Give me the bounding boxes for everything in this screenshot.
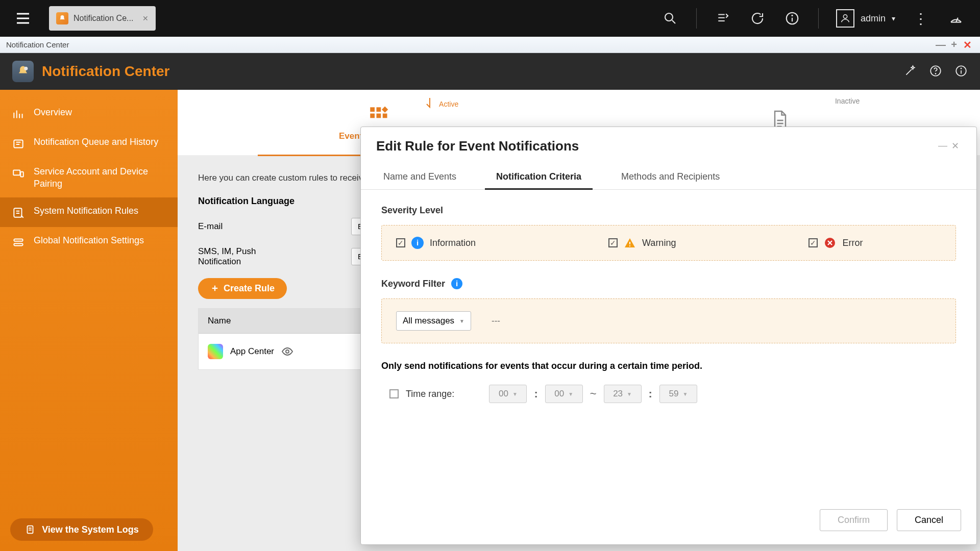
close-icon[interactable]: ✕: [142, 14, 149, 22]
app-header: Notification Center: [0, 53, 980, 90]
create-rule-button[interactable]: Create Rule: [198, 278, 287, 299]
dashboard-icon[interactable]: [947, 10, 965, 27]
email-label: E-mail: [198, 221, 300, 232]
nas-top-bar: Notification Ce... ✕ admin ▾ ⋮: [0, 0, 980, 37]
refresh-icon[interactable]: [749, 10, 766, 27]
svg-point-8: [843, 15, 847, 18]
rule-name: App Center: [230, 346, 274, 357]
keyword-filter-dropdown[interactable]: All messages ▼: [396, 311, 471, 331]
svg-rect-23: [370, 107, 375, 112]
devices-icon: [11, 166, 26, 181]
close-icon[interactable]: ✕: [961, 39, 974, 51]
sidebar-item-label: System Notification Rules: [34, 205, 138, 217]
tilde: ~: [590, 387, 597, 400]
divider: [696, 8, 697, 29]
to-minute-select[interactable]: 59▼: [659, 385, 697, 403]
info-icon[interactable]: [954, 64, 968, 79]
svg-point-31: [286, 350, 289, 353]
info-icon[interactable]: [783, 10, 801, 27]
svg-rect-25: [382, 106, 388, 112]
info-icon: [411, 237, 424, 249]
svg-rect-33: [629, 245, 630, 246]
caret-down-icon: ▼: [459, 318, 464, 324]
svg-rect-18: [20, 172, 23, 177]
sidebar-item-label: Overview: [34, 106, 72, 118]
dialog-title: Edit Rule for Event Notifications: [376, 138, 579, 154]
svg-rect-16: [14, 140, 22, 147]
checkbox-information[interactable]: [396, 238, 405, 247]
svg-point-10: [24, 67, 28, 70]
search-icon[interactable]: [662, 10, 679, 27]
view-system-logs-button[interactable]: View the System Logs: [10, 518, 153, 541]
checkbox-error[interactable]: [808, 238, 818, 247]
tab-title: Notification Ce...: [74, 14, 133, 23]
error-icon: [824, 237, 836, 249]
sidebar-item-overview[interactable]: Overview: [0, 99, 178, 129]
info-icon[interactable]: [451, 278, 462, 289]
tab-name-events[interactable]: Name and Events: [381, 166, 458, 189]
severity-label: Error: [842, 238, 863, 248]
svg-rect-20: [14, 239, 22, 241]
divider: [818, 8, 819, 29]
colon: :: [534, 387, 537, 400]
dropdown-label: All messages: [403, 316, 454, 326]
close-icon[interactable]: ✕: [949, 140, 961, 153]
eye-icon[interactable]: [281, 345, 293, 358]
tab-notification-criteria[interactable]: Notification Criteria: [494, 166, 583, 189]
tab-methods-recipients[interactable]: Methods and Recipients: [619, 166, 722, 189]
keyword-value: ---: [492, 316, 500, 326]
svg-rect-26: [370, 114, 375, 118]
sidebar-item-label: Service Account and Device Pairing: [34, 165, 166, 190]
to-hour-select[interactable]: 23▼: [604, 385, 642, 403]
maximize-icon[interactable]: +: [947, 39, 961, 51]
svg-point-12: [935, 73, 936, 73]
svg-rect-32: [629, 242, 630, 244]
confirm-button[interactable]: Confirm: [820, 509, 888, 531]
time-range-label: Time range:: [406, 389, 454, 399]
severity-label: Information: [430, 238, 476, 248]
svg-point-7: [792, 15, 792, 16]
window-titlebar: Notification Center — + ✕: [0, 37, 980, 53]
svg-rect-24: [377, 107, 381, 112]
kebab-icon[interactable]: ⋮: [913, 10, 930, 27]
window-title: Notification Center: [6, 40, 69, 49]
checkbox-time-range[interactable]: [389, 389, 399, 398]
svg-rect-19: [14, 208, 21, 217]
minimize-icon[interactable]: —: [937, 140, 949, 153]
user-menu[interactable]: admin ▾: [836, 9, 895, 28]
sidebar-item-global[interactable]: Global Notification Settings: [0, 227, 178, 257]
svg-point-3: [665, 13, 673, 21]
sidebar-item-pairing[interactable]: Service Account and Device Pairing: [0, 158, 178, 197]
svg-rect-17: [13, 170, 20, 176]
svg-line-4: [672, 20, 675, 23]
sidebar-item-label: Global Notification Settings: [34, 234, 144, 246]
overview-icon: [11, 107, 26, 121]
window-tab[interactable]: Notification Ce... ✕: [49, 6, 156, 31]
grid-icon: [366, 104, 390, 127]
help-icon[interactable]: [929, 64, 942, 79]
minimize-icon[interactable]: —: [934, 39, 947, 51]
button-label: View the System Logs: [42, 524, 139, 535]
status-inactive: Inactive: [835, 97, 860, 105]
time-heading: Only send notifications for events that …: [381, 361, 956, 371]
from-minute-select[interactable]: 00▼: [545, 385, 583, 403]
sidebar-item-queue[interactable]: Notification Queue and History: [0, 129, 178, 158]
hamburger-icon[interactable]: [0, 0, 46, 37]
user-icon: [836, 9, 854, 28]
keyword-heading: Keyword Filter: [381, 279, 445, 289]
status-active: Active: [425, 97, 458, 111]
sidebar-item-label: Notification Queue and History: [34, 136, 158, 148]
sidebar-item-rules[interactable]: System Notification Rules: [0, 197, 178, 227]
cancel-button[interactable]: Cancel: [897, 509, 961, 531]
history-icon: [11, 137, 26, 151]
svg-point-15: [961, 68, 961, 68]
colon: :: [649, 387, 652, 400]
checkbox-warning[interactable]: [608, 238, 618, 247]
apps-icon[interactable]: [714, 10, 731, 27]
edit-rule-dialog: Edit Rule for Event Notifications — ✕ Na…: [360, 127, 977, 545]
from-hour-select[interactable]: 00▼: [489, 385, 527, 403]
warning-icon: [624, 237, 636, 249]
app-title: Notification Center: [42, 63, 169, 80]
wand-icon[interactable]: [903, 64, 917, 79]
svg-rect-28: [383, 114, 387, 118]
